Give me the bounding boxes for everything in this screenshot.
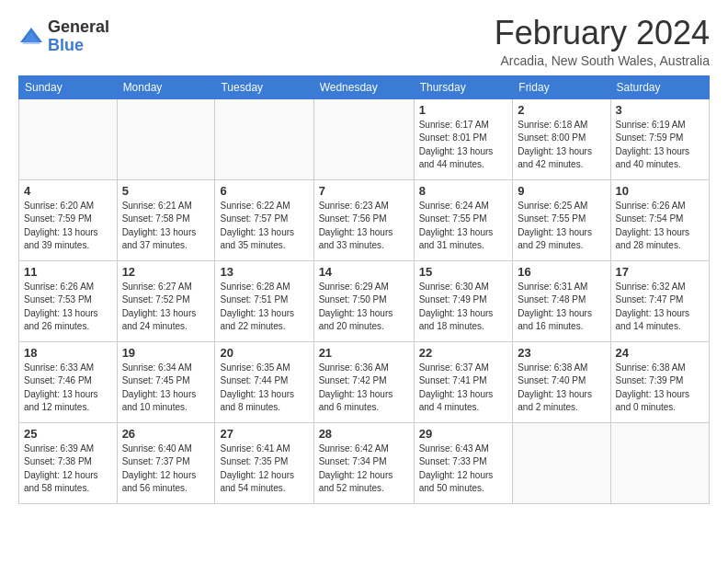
day-info: Sunrise: 6:36 AM Sunset: 7:42 PM Dayligh…: [319, 362, 409, 415]
logo-blue: Blue: [48, 37, 109, 55]
calendar-cell: 20Sunrise: 6:35 AM Sunset: 7:44 PM Dayli…: [215, 341, 313, 422]
day-number: 26: [122, 427, 210, 441]
calendar-cell: 26Sunrise: 6:40 AM Sunset: 7:37 PM Dayli…: [117, 422, 215, 503]
calendar-cell: 14Sunrise: 6:29 AM Sunset: 7:50 PM Dayli…: [313, 260, 414, 341]
day-info: Sunrise: 6:38 AM Sunset: 7:39 PM Dayligh…: [616, 362, 704, 415]
logo-general: General: [48, 18, 109, 37]
day-number: 19: [122, 346, 210, 360]
day-number: 14: [319, 265, 409, 279]
week-row-4: 25Sunrise: 6:39 AM Sunset: 7:38 PM Dayli…: [19, 422, 710, 503]
day-info: Sunrise: 6:39 AM Sunset: 7:38 PM Dayligh…: [24, 442, 112, 496]
day-number: 2: [518, 103, 605, 117]
day-info: Sunrise: 6:31 AM Sunset: 7:48 PM Dayligh…: [518, 281, 605, 334]
day-number: 16: [518, 265, 605, 279]
calendar-cell: 19Sunrise: 6:34 AM Sunset: 7:45 PM Dayli…: [117, 341, 215, 422]
calendar-cell: 27Sunrise: 6:41 AM Sunset: 7:35 PM Dayli…: [215, 422, 313, 503]
calendar-cell: 3Sunrise: 6:19 AM Sunset: 7:59 PM Daylig…: [610, 98, 709, 179]
calendar-cell: 18Sunrise: 6:33 AM Sunset: 7:46 PM Dayli…: [19, 341, 118, 422]
calendar-cell: 6Sunrise: 6:22 AM Sunset: 7:57 PM Daylig…: [215, 179, 313, 260]
day-number: 5: [122, 184, 210, 198]
calendar-cell: 15Sunrise: 6:30 AM Sunset: 7:49 PM Dayli…: [414, 260, 513, 341]
day-number: 22: [419, 346, 508, 360]
day-info: Sunrise: 6:32 AM Sunset: 7:47 PM Dayligh…: [616, 281, 704, 334]
col-monday: Monday: [117, 75, 215, 98]
day-info: Sunrise: 6:33 AM Sunset: 7:46 PM Dayligh…: [24, 362, 112, 415]
day-number: 8: [419, 184, 508, 198]
header: General Blue February 2024 Arcadia, New …: [18, 15, 710, 68]
calendar-cell: 24Sunrise: 6:38 AM Sunset: 7:39 PM Dayli…: [610, 341, 709, 422]
day-number: 27: [220, 427, 308, 441]
calendar-cell: [313, 98, 414, 179]
day-number: 12: [122, 265, 210, 279]
day-info: Sunrise: 6:22 AM Sunset: 7:57 PM Dayligh…: [220, 200, 308, 253]
day-number: 29: [419, 427, 508, 441]
logo-text: General Blue: [48, 18, 109, 55]
day-info: Sunrise: 6:37 AM Sunset: 7:41 PM Dayligh…: [419, 362, 508, 415]
day-info: Sunrise: 6:40 AM Sunset: 7:37 PM Dayligh…: [122, 442, 210, 496]
day-info: Sunrise: 6:18 AM Sunset: 8:00 PM Dayligh…: [518, 119, 605, 172]
calendar-cell: 12Sunrise: 6:27 AM Sunset: 7:52 PM Dayli…: [117, 260, 215, 341]
calendar-cell: 22Sunrise: 6:37 AM Sunset: 7:41 PM Dayli…: [414, 341, 513, 422]
day-number: 20: [220, 346, 308, 360]
day-info: Sunrise: 6:20 AM Sunset: 7:59 PM Dayligh…: [24, 200, 112, 253]
day-number: 3: [616, 103, 704, 117]
day-number: 10: [616, 184, 704, 198]
location: Arcadia, New South Wales, Australia: [495, 53, 710, 68]
day-number: 23: [518, 346, 605, 360]
day-info: Sunrise: 6:43 AM Sunset: 7:33 PM Dayligh…: [419, 442, 508, 496]
calendar-cell: 1Sunrise: 6:17 AM Sunset: 8:01 PM Daylig…: [414, 98, 513, 179]
day-number: 21: [319, 346, 409, 360]
day-number: 6: [220, 184, 308, 198]
week-row-2: 11Sunrise: 6:26 AM Sunset: 7:53 PM Dayli…: [19, 260, 710, 341]
calendar-cell: 2Sunrise: 6:18 AM Sunset: 8:00 PM Daylig…: [513, 98, 610, 179]
day-info: Sunrise: 6:26 AM Sunset: 7:53 PM Dayligh…: [24, 281, 112, 334]
day-info: Sunrise: 6:41 AM Sunset: 7:35 PM Dayligh…: [220, 442, 308, 496]
day-number: 4: [24, 184, 112, 198]
day-info: Sunrise: 6:25 AM Sunset: 7:55 PM Dayligh…: [518, 200, 605, 253]
day-info: Sunrise: 6:19 AM Sunset: 7:59 PM Dayligh…: [616, 119, 704, 172]
calendar-cell: 25Sunrise: 6:39 AM Sunset: 7:38 PM Dayli…: [19, 422, 118, 503]
calendar-cell: [610, 422, 709, 503]
day-info: Sunrise: 6:24 AM Sunset: 7:55 PM Dayligh…: [419, 200, 508, 253]
logo-icon: [18, 24, 44, 50]
day-number: 1: [419, 103, 508, 117]
calendar-cell: 10Sunrise: 6:26 AM Sunset: 7:54 PM Dayli…: [610, 179, 709, 260]
calendar: Sunday Monday Tuesday Wednesday Thursday…: [18, 75, 710, 504]
calendar-cell: 7Sunrise: 6:23 AM Sunset: 7:56 PM Daylig…: [313, 179, 414, 260]
day-info: Sunrise: 6:34 AM Sunset: 7:45 PM Dayligh…: [122, 362, 210, 415]
day-info: Sunrise: 6:30 AM Sunset: 7:49 PM Dayligh…: [419, 281, 508, 334]
day-info: Sunrise: 6:21 AM Sunset: 7:58 PM Dayligh…: [122, 200, 210, 253]
day-number: 7: [319, 184, 409, 198]
col-wednesday: Wednesday: [313, 75, 414, 98]
header-row: Sunday Monday Tuesday Wednesday Thursday…: [19, 75, 710, 98]
calendar-cell: [215, 98, 313, 179]
day-number: 24: [616, 346, 704, 360]
day-number: 11: [24, 265, 112, 279]
day-number: 25: [24, 427, 112, 441]
day-info: Sunrise: 6:23 AM Sunset: 7:56 PM Dayligh…: [319, 200, 409, 253]
calendar-cell: 29Sunrise: 6:43 AM Sunset: 7:33 PM Dayli…: [414, 422, 513, 503]
calendar-cell: 21Sunrise: 6:36 AM Sunset: 7:42 PM Dayli…: [313, 341, 414, 422]
day-info: Sunrise: 6:38 AM Sunset: 7:40 PM Dayligh…: [518, 362, 605, 415]
calendar-cell: 28Sunrise: 6:42 AM Sunset: 7:34 PM Dayli…: [313, 422, 414, 503]
day-info: Sunrise: 6:28 AM Sunset: 7:51 PM Dayligh…: [220, 281, 308, 334]
col-tuesday: Tuesday: [215, 75, 313, 98]
calendar-cell: [513, 422, 610, 503]
day-number: 9: [518, 184, 605, 198]
calendar-cell: 16Sunrise: 6:31 AM Sunset: 7:48 PM Dayli…: [513, 260, 610, 341]
calendar-cell: 17Sunrise: 6:32 AM Sunset: 7:47 PM Dayli…: [610, 260, 709, 341]
calendar-cell: 9Sunrise: 6:25 AM Sunset: 7:55 PM Daylig…: [513, 179, 610, 260]
day-info: Sunrise: 6:17 AM Sunset: 8:01 PM Dayligh…: [419, 119, 508, 172]
day-info: Sunrise: 6:42 AM Sunset: 7:34 PM Dayligh…: [319, 442, 409, 496]
day-info: Sunrise: 6:27 AM Sunset: 7:52 PM Dayligh…: [122, 281, 210, 334]
day-number: 18: [24, 346, 112, 360]
calendar-cell: 23Sunrise: 6:38 AM Sunset: 7:40 PM Dayli…: [513, 341, 610, 422]
week-row-1: 4Sunrise: 6:20 AM Sunset: 7:59 PM Daylig…: [19, 179, 710, 260]
col-thursday: Thursday: [414, 75, 513, 98]
day-info: Sunrise: 6:29 AM Sunset: 7:50 PM Dayligh…: [319, 281, 409, 334]
day-number: 15: [419, 265, 508, 279]
week-row-3: 18Sunrise: 6:33 AM Sunset: 7:46 PM Dayli…: [19, 341, 710, 422]
day-number: 17: [616, 265, 704, 279]
col-sunday: Sunday: [19, 75, 118, 98]
week-row-0: 1Sunrise: 6:17 AM Sunset: 8:01 PM Daylig…: [19, 98, 710, 179]
